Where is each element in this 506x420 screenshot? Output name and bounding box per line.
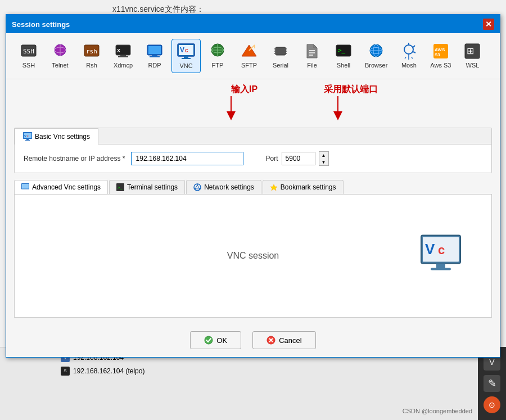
svg-text:V: V — [24, 134, 26, 138]
cancel-x-icon — [266, 336, 275, 345]
svg-rect-63 — [22, 184, 29, 189]
ok-button[interactable]: OK — [190, 331, 241, 349]
mosh-icon — [400, 42, 418, 60]
protocol-shell-label: Shell — [337, 62, 350, 69]
protocol-ftp[interactable]: FTP — [203, 39, 232, 73]
network-settings-tab[interactable]: Network settings — [186, 180, 261, 194]
network-icon — [193, 183, 201, 191]
svg-text:c: c — [27, 134, 29, 138]
list-item-label: 192.168.162.104 (telpo) — [73, 367, 144, 375]
protocol-vnc[interactable]: V c VNC — [171, 39, 201, 73]
svg-text:V: V — [425, 241, 435, 258]
protocol-xdmcp[interactable]: X Xdmcp — [109, 39, 138, 73]
side-icon-3[interactable]: ⊙ — [484, 396, 500, 413]
protocol-row: SSH SSH Telnet rsh — [6, 33, 500, 79]
svg-line-50 — [412, 57, 413, 58]
bg-title: x11vnc.service文件内容： — [112, 4, 204, 15]
vnc-icon: V c — [177, 43, 195, 61]
wsl-icon: ⊞ — [463, 42, 481, 60]
dialog-title: Session settings — [12, 20, 70, 29]
svg-line-49 — [405, 57, 406, 58]
file-icon — [303, 42, 321, 60]
vnc-session-text: VNC session — [227, 251, 279, 261]
svg-text:>_: >_ — [338, 47, 346, 54]
svg-text:S3: S3 — [435, 52, 440, 57]
protocol-ssh[interactable]: SSH SSH — [14, 39, 43, 73]
shell-icon: >_ — [335, 42, 353, 60]
dialog-titlebar: Session settings ✕ — [6, 15, 500, 33]
cancel-button[interactable]: Cancel — [252, 331, 315, 349]
hostname-input[interactable] — [131, 152, 243, 165]
protocol-awss3[interactable]: AWS S3 Aws S3 — [426, 39, 455, 73]
svg-text:rsh: rsh — [86, 48, 97, 55]
ok-check-icon — [204, 336, 213, 345]
protocol-telnet[interactable]: Telnet — [46, 39, 75, 73]
bookmark-tab-label: Bookmark settings — [281, 183, 336, 191]
svg-text:SSH: SSH — [23, 48, 34, 55]
spinner-up-button[interactable]: ▲ — [319, 152, 328, 159]
dialog-buttons: OK Cancel — [6, 323, 500, 357]
port-spinner[interactable]: ▲ ▼ — [319, 151, 329, 166]
protocol-ftp-label: FTP — [212, 62, 224, 69]
spinner-down-button[interactable]: ▼ — [319, 159, 328, 165]
ssh-icon: S — [61, 367, 70, 376]
protocol-shell[interactable]: >_ Shell — [329, 39, 358, 73]
content-panel: VNC session V c — [14, 194, 492, 318]
svg-text:V: V — [180, 46, 184, 54]
side-icon-2[interactable]: ✎ — [484, 375, 500, 392]
protocol-mosh[interactable]: Mosh — [394, 39, 423, 73]
svg-rect-61 — [25, 140, 30, 141]
port-group: Port ▲ ▼ — [266, 151, 329, 166]
advanced-vnc-tab[interactable]: Advanced Vnc settings — [14, 180, 108, 194]
hostname-label: Remote hostname or IP address * — [24, 155, 125, 162]
vnc-logo: V c — [418, 233, 469, 279]
svg-rect-14 — [150, 56, 160, 57]
svg-rect-12 — [148, 46, 161, 54]
basic-tab-label: Basic Vnc settings — [35, 133, 90, 141]
basic-tab-header: V c Basic Vnc settings — [15, 128, 491, 144]
terminal-icon: >_ — [116, 183, 124, 191]
svg-text:c: c — [438, 243, 445, 257]
adv-vnc-icon — [21, 183, 29, 191]
protocol-rsh-label: Rsh — [86, 62, 97, 69]
basic-settings-section: V c Basic Vnc settings Remote hostname o… — [14, 128, 492, 173]
sftp-icon — [240, 42, 258, 60]
protocol-sftp[interactable]: SFTP — [234, 39, 264, 73]
svg-line-46 — [413, 46, 415, 47]
svg-line-71 — [197, 185, 200, 189]
close-button[interactable]: ✕ — [483, 19, 494, 30]
svg-line-70 — [195, 185, 197, 189]
protocol-rdp[interactable]: RDP — [140, 39, 169, 73]
svg-text:X: X — [117, 48, 120, 53]
bookmark-settings-tab[interactable]: Bookmark settings — [263, 180, 344, 194]
side-icons: V ✎ ⊙ — [478, 347, 506, 420]
annotation-ip-text: 输入IP — [231, 84, 257, 96]
protocol-wsl-label: WSL — [466, 62, 480, 69]
rdp-icon — [146, 42, 164, 60]
svg-text:⊞: ⊞ — [467, 46, 474, 56]
terminal-settings-tab[interactable]: >_ Terminal settings — [109, 180, 185, 194]
protocol-file-label: File — [307, 62, 317, 69]
protocol-wsl[interactable]: ⊞ WSL — [458, 39, 487, 73]
protocol-mosh-label: Mosh — [401, 62, 417, 69]
port-input[interactable] — [282, 152, 315, 165]
protocol-serial[interactable]: Serial — [266, 39, 295, 73]
protocol-browser-label: Browser — [365, 62, 387, 69]
list-item[interactable]: S 192.168.162.104 (telpo) — [56, 364, 502, 378]
vnc-logo-svg: V c — [418, 233, 469, 278]
protocol-rsh[interactable]: rsh Rsh — [77, 39, 106, 73]
serial-icon — [272, 42, 290, 60]
protocol-xdmcp-label: Xdmcp — [114, 62, 133, 69]
watermark: CSDN @loongembedded — [403, 408, 472, 414]
protocol-file[interactable]: File — [297, 39, 327, 73]
svg-line-47 — [413, 52, 415, 53]
protocol-sftp-label: SFTP — [241, 62, 257, 69]
protocol-serial-label: Serial — [273, 62, 288, 69]
advanced-tabs: Advanced Vnc settings >_ Terminal settin… — [6, 177, 500, 194]
protocol-browser[interactable]: Browser — [360, 39, 392, 73]
svg-point-44 — [404, 45, 413, 54]
cancel-label: Cancel — [279, 336, 301, 345]
svg-rect-79 — [431, 268, 451, 270]
protocol-awss3-label: Aws S3 — [430, 62, 451, 69]
basic-vnc-tab[interactable]: V c Basic Vnc settings — [15, 128, 98, 144]
